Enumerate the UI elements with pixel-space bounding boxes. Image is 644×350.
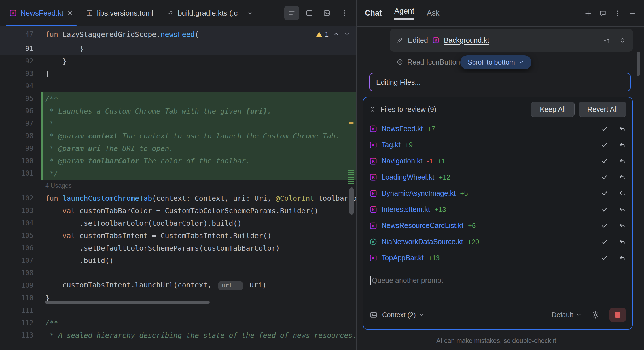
line-number[interactable]: 103 (0, 207, 41, 215)
tab-libs-versions-toml[interactable]: libs.versions.toml (79, 0, 160, 26)
sticky-code-line[interactable]: 47 fun LazyStaggeredGridScope.newsFeed( … (0, 26, 356, 42)
line-number[interactable]: 102 (0, 194, 41, 202)
line-number[interactable]: 101 (0, 169, 41, 177)
stop-button[interactable] (609, 308, 626, 322)
revert-file-button[interactable] (618, 141, 626, 149)
accept-file-button[interactable] (601, 190, 608, 197)
line-number[interactable]: 99 (0, 144, 41, 152)
line-number[interactable]: 95 (0, 95, 41, 103)
revert-file-button[interactable] (618, 206, 626, 213)
file-link[interactable]: Navigation.kt (382, 157, 423, 165)
file-link[interactable]: DynamicAsyncImage.kt (382, 189, 456, 197)
editor-line[interactable]: 94 (0, 80, 356, 92)
editor-line[interactable]: 105 val customTabsIntent = CustomTabsInt… (0, 229, 356, 242)
editor-line[interactable]: 101 */ (0, 167, 356, 180)
revert-all-button[interactable]: Revert All (579, 102, 626, 117)
editor-line[interactable]: 111 (0, 304, 356, 317)
line-number[interactable]: 109 (0, 281, 41, 289)
line-number[interactable]: 97 (0, 119, 41, 127)
line-number[interactable]: 104 (0, 219, 41, 227)
close-icon[interactable] (67, 10, 73, 16)
line-number[interactable]: 112 (0, 319, 41, 327)
scroll-to-bottom-button[interactable]: Scroll to bottom (460, 55, 531, 69)
settings-button[interactable] (591, 311, 600, 319)
model-selector[interactable]: Default (552, 311, 582, 319)
revert-file-button[interactable] (618, 125, 626, 133)
line-number[interactable]: 111 (0, 306, 41, 314)
reader-mode-button[interactable] (284, 6, 299, 20)
editor-line[interactable]: 104 .setToolbarColor(toolbarColor).build… (0, 217, 356, 229)
prompt-input[interactable]: Queue another prompt (363, 269, 632, 305)
editor-line[interactable]: 96 * Launches a Custom Chrome Tab with t… (0, 105, 356, 117)
warning-badge[interactable]: 1 (316, 31, 329, 38)
file-link[interactable]: NewsFeed.kt (382, 125, 423, 133)
revert-file-button[interactable] (618, 174, 626, 181)
line-number[interactable]: 105 (0, 232, 41, 240)
accept-file-button[interactable] (601, 141, 608, 149)
editor-line[interactable]: 98 * @param context The context to use t… (0, 130, 356, 142)
file-link[interactable]: Tag.kt (382, 141, 401, 149)
accept-file-button[interactable] (601, 174, 608, 181)
accept-file-button[interactable] (601, 238, 608, 246)
line-number[interactable]: 107 (0, 257, 41, 264)
editor-line[interactable]: 108 (0, 267, 356, 279)
editor-line[interactable]: 92 } (0, 55, 356, 67)
editor-line[interactable]: 109 customTabsIntent.launchUrl(context, … (0, 279, 356, 292)
file-link[interactable]: InterestsItem.kt (382, 205, 430, 214)
split-editor-button[interactable] (302, 6, 317, 20)
editor-line[interactable]: 102fun launchCustomChromeTab(context: Co… (0, 192, 356, 204)
editor-horizontal-scrollbar[interactable] (45, 301, 210, 304)
editor-line[interactable]: 99 * @param uri The URI to open. (0, 142, 356, 155)
expand-icon[interactable] (619, 37, 626, 44)
editor-line[interactable]: 103 val customTabBarColor = CustomTabCol… (0, 204, 356, 217)
preview-image-button[interactable] (319, 6, 334, 20)
edited-file-link[interactable]: Background.kt (444, 36, 489, 44)
new-chat-icon[interactable] (584, 10, 592, 17)
line-number[interactable]: 106 (0, 244, 41, 252)
line-number[interactable]: 100 (0, 157, 41, 165)
context-selector[interactable]: Context (2) (382, 311, 424, 319)
editor-line[interactable]: 91 } (0, 42, 356, 55)
revert-file-button[interactable] (618, 157, 626, 165)
line-number[interactable]: 94 (0, 82, 41, 90)
editor-line[interactable]: 95/** (0, 92, 356, 105)
line-number[interactable]: 96 (0, 107, 41, 115)
keep-all-button[interactable]: Keep All (531, 102, 575, 117)
editor-line[interactable]: 97 * (0, 117, 356, 130)
file-link[interactable]: TopAppBar.kt (382, 254, 424, 262)
editor-vertical-scrollbar[interactable] (349, 187, 354, 215)
chat-scrollbar[interactable] (637, 52, 640, 76)
line-number[interactable]: 93 (0, 70, 41, 78)
editor-more-options-button[interactable] (337, 6, 352, 20)
accept-file-button[interactable] (601, 206, 608, 213)
accept-file-button[interactable] (601, 254, 608, 262)
editor-line[interactable]: 107 .build() (0, 254, 356, 267)
next-problem-icon[interactable] (344, 31, 350, 37)
revert-file-button[interactable] (618, 222, 626, 229)
accept-file-button[interactable] (601, 125, 608, 133)
file-link[interactable]: NiaNetworkDataSource.kt (382, 238, 463, 246)
revert-file-button[interactable] (618, 254, 626, 262)
revert-file-button[interactable] (618, 238, 626, 246)
collapse-icon[interactable] (369, 106, 376, 113)
file-link[interactable]: LoadingWheel.kt (382, 173, 434, 181)
tab-ask[interactable]: Ask (427, 9, 440, 18)
revert-file-button[interactable] (618, 190, 626, 197)
accept-file-button[interactable] (601, 222, 608, 229)
tab-agent[interactable]: Agent (394, 7, 414, 20)
chat-more-options-icon[interactable] (614, 10, 621, 17)
minimize-icon[interactable] (629, 10, 636, 17)
line-number[interactable]: 91 (0, 45, 41, 53)
editor-line[interactable]: 112/** (0, 317, 356, 329)
line-number[interactable]: 110 (0, 294, 41, 302)
editor-line[interactable]: 113 * A sealed hierarchy describing the … (0, 329, 356, 342)
tab-newsfeed[interactable]: K NewsFeed.kt (3, 0, 79, 26)
file-link[interactable]: NewsResourceCardList.kt (382, 221, 463, 230)
line-number[interactable]: 113 (0, 331, 41, 339)
tab-build-gradle[interactable]: build.gradle.kts (:c (160, 0, 244, 26)
tab-list-dropdown[interactable] (244, 0, 256, 26)
attach-image-icon[interactable] (370, 311, 378, 319)
diff-icon[interactable] (603, 37, 610, 44)
usages-inlay-hint[interactable]: 4 Usages (0, 180, 356, 192)
editor-line[interactable]: 93} (0, 67, 356, 80)
